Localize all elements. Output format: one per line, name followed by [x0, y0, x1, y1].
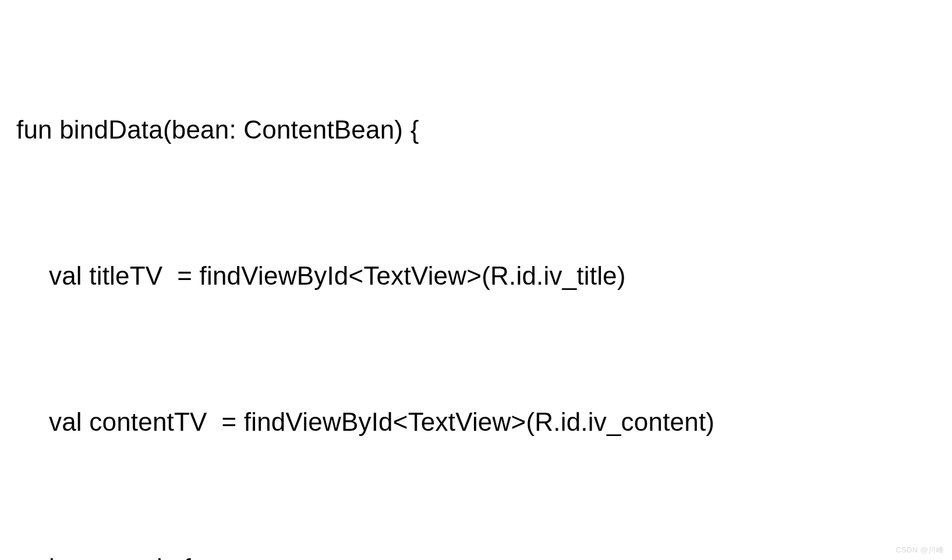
watermark-label: CSDN @川峰 [896, 545, 944, 555]
code-line: val titleTV = findViewById<TextView>(R.i… [16, 251, 936, 300]
code-line: bean.apply { [16, 544, 936, 560]
code-block: fun bindData(bean: ContentBean) { val ti… [0, 0, 952, 560]
code-line: val contentTV = findViewById<TextView>(R… [16, 398, 936, 446]
code-line: fun bindData(bean: ContentBean) { [16, 105, 936, 154]
